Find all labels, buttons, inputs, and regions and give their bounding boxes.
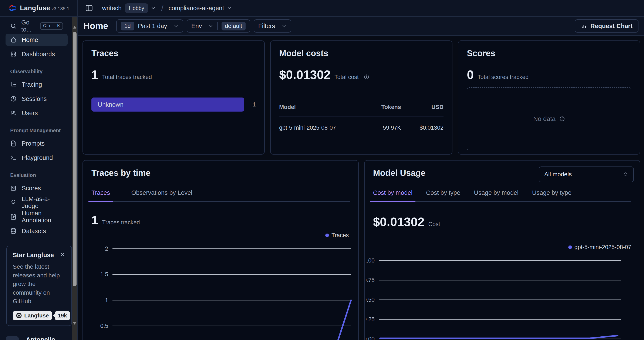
sidebar-scrollbar[interactable] bbox=[72, 17, 77, 340]
topbar: Langfusev3.135.1 writech Hobby / complia… bbox=[0, 0, 644, 17]
tokens-cell: 59.97K bbox=[346, 124, 401, 131]
sidebar-item-label: Dashboards bbox=[22, 51, 55, 58]
terminal-icon bbox=[10, 154, 16, 161]
org-chevron-down-icon[interactable] bbox=[150, 5, 156, 11]
model-costs-total-label: Total cost bbox=[334, 74, 359, 80]
project-chevron-down-icon[interactable] bbox=[227, 5, 232, 11]
goto-shortcut: Ctrl K bbox=[40, 22, 63, 30]
tab-usage-by-type[interactable]: Usage by type bbox=[532, 189, 572, 201]
model-costs-title: Model costs bbox=[279, 49, 444, 58]
brand: Langfusev3.135.1 bbox=[0, 0, 78, 16]
info-icon[interactable] bbox=[364, 74, 369, 80]
no-data-placeholder: No data bbox=[467, 87, 631, 150]
tab-cost-by-model[interactable]: Cost by model bbox=[373, 189, 412, 201]
model-costs-table: Model Tokens USD gpt-5-mini-2025-08-07 5… bbox=[279, 104, 444, 131]
traces-bar-value: 1 bbox=[244, 101, 256, 108]
tab-cost-by-type[interactable]: Cost by type bbox=[426, 189, 460, 201]
model-costs-card: Model costs $0.01302 Total cost Model To… bbox=[270, 41, 452, 154]
legend-dot bbox=[568, 245, 572, 249]
tab-usage-by-model[interactable]: Usage by model bbox=[474, 189, 518, 201]
filters-label: Filters bbox=[258, 23, 275, 30]
scroll-down-arrow[interactable] bbox=[73, 322, 76, 325]
scroll-up-arrow[interactable] bbox=[73, 26, 76, 29]
traces-bar[interactable]: Unknown bbox=[92, 97, 244, 112]
breadcrumb-org[interactable]: writech bbox=[102, 5, 122, 12]
time-range-picker[interactable]: 1d Past 1 day bbox=[116, 19, 183, 33]
svg-text:$1.00: $1.00 bbox=[366, 257, 374, 264]
star-card-body: See the latest releases and help grow th… bbox=[13, 262, 66, 306]
svg-text:0.5: 0.5 bbox=[100, 323, 108, 329]
traces-by-time-card: Traces by time Traces Observations by Le… bbox=[82, 160, 359, 340]
breadcrumb-project[interactable]: compliance-ai-agent bbox=[168, 5, 224, 12]
traces-card: Traces 1 Total traces tracked Unknown 1 bbox=[82, 41, 265, 154]
sidebar-item-sessions[interactable]: Sessions bbox=[6, 93, 68, 105]
sidebar-item-playground[interactable]: Playground bbox=[6, 152, 68, 164]
sidebar-toggle-icon[interactable] bbox=[85, 4, 93, 12]
goto-label: Go to... bbox=[21, 19, 36, 33]
sidebar-item-tracing[interactable]: Tracing bbox=[6, 79, 68, 90]
section-evaluation: Evaluation bbox=[6, 172, 68, 178]
request-chart-label: Request Chart bbox=[590, 23, 632, 30]
star-langfuse-card: Star Langfuse See the latest releases an… bbox=[6, 246, 72, 326]
sidebar-item-human-annotation[interactable]: Human Annotation bbox=[6, 211, 68, 223]
dashboard-content: Traces 1 Total traces tracked Unknown 1 … bbox=[78, 36, 644, 340]
main-area: Home 1d Past 1 day Env default Filters bbox=[78, 17, 644, 340]
github-star-button[interactable]: Langfuse bbox=[13, 311, 52, 320]
model-usage-chart: $1.00$0.75$0.50$0.25$0.00 bbox=[366, 254, 636, 340]
breadcrumb-divider: / bbox=[161, 4, 164, 13]
legend-label: Traces bbox=[332, 232, 349, 239]
scrollbar-thumb[interactable] bbox=[73, 32, 76, 286]
section-prompt-management: Prompt Management bbox=[6, 127, 68, 133]
user-name: Antonello Zanini bbox=[26, 336, 55, 340]
request-chart-button[interactable]: Request Chart bbox=[575, 19, 638, 33]
svg-text:$0.25: $0.25 bbox=[366, 316, 374, 322]
sidebar-item-users[interactable]: Users bbox=[6, 107, 68, 119]
legend-dot bbox=[325, 234, 329, 237]
sidebar-item-home[interactable]: Home bbox=[6, 34, 68, 46]
legend-label: gpt-5-mini-2025-08-07 bbox=[574, 244, 631, 251]
tab-traces[interactable]: Traces bbox=[92, 189, 110, 201]
sidebar-item-dashboards[interactable]: Dashboards bbox=[6, 48, 68, 60]
sidebar: Go to... Ctrl K Home Dashboards Observab… bbox=[0, 17, 78, 340]
github-button-label: Langfuse bbox=[24, 312, 49, 319]
model-select[interactable]: All models bbox=[539, 166, 634, 182]
sidebar-item-llm-judge[interactable]: LLM-as-a-Judge bbox=[6, 197, 68, 208]
user-menu[interactable]: AZ Antonello Zanini bbox=[6, 330, 71, 340]
svg-text:1.5: 1.5 bbox=[100, 271, 108, 278]
chevrons-up-down-icon bbox=[623, 172, 628, 177]
traces-tracked-label: Traces tracked bbox=[102, 219, 140, 226]
percent-square-icon bbox=[10, 185, 16, 191]
usage-cost: $0.01302 bbox=[373, 215, 424, 229]
sidebar-item-prompts[interactable]: Prompts bbox=[6, 137, 68, 149]
goto-search[interactable]: Go to... Ctrl K bbox=[6, 21, 68, 31]
info-icon[interactable] bbox=[560, 116, 565, 122]
scores-card: Scores 0 Total scores tracked No data bbox=[458, 41, 640, 154]
svg-text:2: 2 bbox=[105, 245, 108, 252]
scores-total: 0 bbox=[467, 68, 474, 82]
usd-cell: $0.01302 bbox=[401, 124, 444, 131]
tab-observations-by-level[interactable]: Observations by Level bbox=[132, 189, 192, 201]
scores-title: Scores bbox=[467, 49, 631, 58]
table-row[interactable]: gpt-5-mini-2025-08-07 59.97K $0.01302 bbox=[279, 116, 444, 131]
home-icon bbox=[10, 37, 16, 43]
file-code-icon bbox=[10, 140, 16, 147]
langfuse-logo-icon bbox=[8, 4, 16, 12]
search-icon bbox=[10, 23, 16, 29]
sidebar-item-scores[interactable]: Scores bbox=[6, 182, 68, 194]
col-header: USD bbox=[401, 104, 444, 110]
svg-text:$0.00: $0.00 bbox=[366, 336, 374, 340]
close-icon[interactable] bbox=[60, 252, 66, 258]
breadcrumb: writech Hobby / compliance-ai-agent bbox=[78, 0, 644, 16]
traces-card-title: Traces bbox=[92, 49, 256, 58]
time-range-label: Past 1 day bbox=[138, 23, 167, 30]
sidebar-item-datasets[interactable]: Datasets bbox=[6, 225, 68, 237]
svg-text:$0.50: $0.50 bbox=[366, 297, 374, 303]
env-filter[interactable]: Env default bbox=[187, 19, 250, 33]
traces-bar-row: Unknown 1 bbox=[92, 97, 256, 112]
clock-icon bbox=[10, 96, 16, 102]
lightbulb-icon bbox=[10, 199, 16, 206]
sidebar-item-label: Users bbox=[22, 110, 38, 117]
github-star-count: 19k bbox=[55, 311, 70, 320]
filters-button[interactable]: Filters bbox=[254, 19, 291, 33]
env-label: Env bbox=[191, 23, 202, 30]
